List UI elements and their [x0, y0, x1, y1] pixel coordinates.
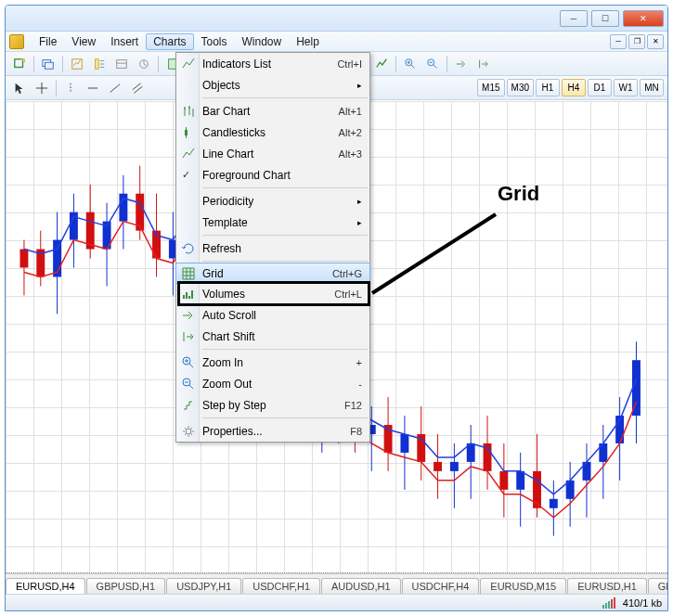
menu-view[interactable]: View	[64, 33, 103, 50]
menu-item-grid[interactable]: GridCtrl+G	[175, 263, 370, 284]
chart-tab[interactable]: EURUSD,H1	[567, 578, 647, 594]
mdi-close-button[interactable]: ✕	[647, 34, 664, 49]
zoom-out-button[interactable]	[422, 55, 443, 73]
maximize-button[interactable]: ☐	[591, 10, 619, 27]
menu-item-label: Zoom Out	[202, 378, 252, 391]
horizontal-line-button[interactable]	[83, 79, 103, 97]
svg-rect-74	[516, 471, 524, 490]
chart-tab[interactable]: GE	[648, 578, 667, 594]
chart-tab[interactable]: AUDUSD,H1	[321, 578, 401, 594]
line-chart-button[interactable]	[371, 55, 392, 73]
autoscroll-icon	[181, 308, 196, 323]
crosshair-button[interactable]	[32, 79, 52, 97]
menu-insert[interactable]: Insert	[103, 33, 146, 50]
menu-item-properties-[interactable]: Properties...F8	[176, 420, 369, 442]
svg-rect-14	[19, 250, 28, 268]
timeframe-w1[interactable]: W1	[614, 79, 638, 96]
svg-rect-66	[450, 462, 459, 471]
chart-tab[interactable]: USDCHF,H4	[402, 578, 480, 594]
menu-shortcut: +	[356, 357, 362, 368]
menu-separator	[202, 235, 368, 236]
submenu-arrow-icon: ▸	[357, 218, 362, 227]
refresh-icon	[181, 241, 196, 256]
svg-rect-0	[15, 58, 23, 67]
menu-item-volumes[interactable]: VolumesCtrl+L	[176, 283, 369, 304]
timeframe-d1[interactable]: D1	[588, 79, 612, 96]
menu-item-label: Line Chart	[202, 148, 253, 160]
submenu-arrow-icon: ▸	[357, 197, 362, 206]
menu-item-step-by-step[interactable]: Step by StepF12	[176, 394, 369, 416]
market-watch-button[interactable]	[67, 55, 87, 73]
check-icon: ✓	[182, 169, 190, 181]
minimize-button[interactable]: ─	[560, 10, 588, 27]
navigator-button[interactable]	[89, 55, 110, 73]
chartshift-icon	[181, 329, 196, 344]
menu-item-bar-chart[interactable]: Bar ChartAlt+1	[176, 100, 369, 122]
menu-tools[interactable]: Tools	[194, 33, 235, 50]
menu-item-label: Grid	[202, 267, 224, 280]
bar-icon	[181, 104, 196, 119]
menu-item-indicators-list[interactable]: Indicators ListCtrl+I	[176, 53, 369, 74]
zoom-in-button[interactable]	[400, 55, 421, 73]
menu-shortcut: Alt+2	[339, 127, 362, 138]
menu-shortcut: Alt+1	[339, 106, 362, 117]
channel-button[interactable]	[127, 79, 148, 97]
menu-item-zoom-out[interactable]: Zoom Out-	[176, 373, 369, 394]
svg-rect-72	[499, 471, 508, 490]
mdi-restore-button[interactable]: ❐	[628, 34, 645, 49]
menu-item-zoom-in[interactable]: Zoom In+	[176, 352, 369, 373]
menu-item-label: Bar Chart	[202, 105, 250, 118]
svg-point-92	[186, 429, 191, 434]
menu-item-label: Auto Scroll	[202, 309, 256, 322]
chart-tab[interactable]: GBPUSD,H1	[86, 578, 166, 594]
timeframe-m30[interactable]: M30	[507, 79, 534, 96]
chart-tab[interactable]: EURUSD,H4	[6, 578, 85, 594]
new-chart-button[interactable]	[9, 55, 30, 73]
timeframe-m15[interactable]: M15	[477, 79, 504, 96]
timeframe-mn[interactable]: MN	[640, 79, 664, 96]
chart-shift-button[interactable]	[473, 55, 494, 73]
menu-help[interactable]: Help	[289, 33, 327, 50]
trendline-button[interactable]	[105, 79, 125, 97]
indicators-icon	[181, 57, 196, 71]
menu-separator	[202, 261, 368, 262]
close-button[interactable]: ✕	[623, 10, 664, 27]
menu-item-label: Refresh	[202, 242, 241, 255]
menu-item-candlesticks[interactable]: CandlesticksAlt+2	[176, 122, 369, 143]
menu-item-label: Template	[202, 216, 248, 229]
menu-window[interactable]: Window	[235, 33, 290, 50]
timeframe-h4[interactable]: H4	[562, 79, 586, 96]
terminal-button[interactable]	[111, 55, 132, 73]
vertical-line-button[interactable]	[60, 79, 81, 97]
menu-item-auto-scroll[interactable]: Auto Scroll	[176, 304, 369, 326]
app-window: ─ ☐ ✕ FileViewInsertChartsToolsWindowHel…	[5, 5, 668, 611]
menu-item-template[interactable]: Template▸	[176, 212, 369, 233]
menu-item-label: Periodicity	[202, 195, 253, 208]
menu-item-refresh[interactable]: Refresh	[176, 237, 369, 259]
mdi-minimize-button[interactable]: ─	[610, 34, 627, 49]
zoomout-icon	[181, 377, 196, 391]
menu-item-label: Properties...	[202, 425, 263, 438]
auto-scroll-button[interactable]	[451, 55, 472, 73]
menu-item-periodicity[interactable]: Periodicity▸	[176, 190, 369, 212]
menu-file[interactable]: File	[32, 33, 64, 50]
zoomin-icon	[181, 355, 196, 370]
menu-item-chart-shift[interactable]: Chart Shift	[176, 326, 369, 347]
strategy-tester-button[interactable]	[134, 55, 154, 73]
profiles-button[interactable]	[38, 55, 58, 73]
connection-rate: 410/1 kb	[623, 597, 662, 609]
menu-separator	[202, 417, 368, 418]
timeframe-h1[interactable]: H1	[536, 79, 560, 96]
menu-item-label: Objects	[202, 79, 240, 92]
menu-shortcut: F12	[344, 400, 362, 411]
menu-item-line-chart[interactable]: Line ChartAlt+3	[176, 143, 369, 164]
chart-tab[interactable]: USDJPY,H1	[166, 578, 241, 594]
cursor-button[interactable]	[9, 79, 30, 97]
chart-tab[interactable]: EURUSD,M15	[480, 578, 566, 594]
menu-item-foreground-chart[interactable]: ✓Foreground Chart	[176, 164, 369, 186]
menu-shortcut: Ctrl+I	[337, 58, 362, 70]
chart-tab[interactable]: USDCHF,H1	[242, 578, 320, 594]
menu-charts[interactable]: Charts	[146, 33, 193, 50]
menu-item-objects[interactable]: Objects▸	[176, 74, 369, 96]
candle-icon	[181, 125, 196, 140]
